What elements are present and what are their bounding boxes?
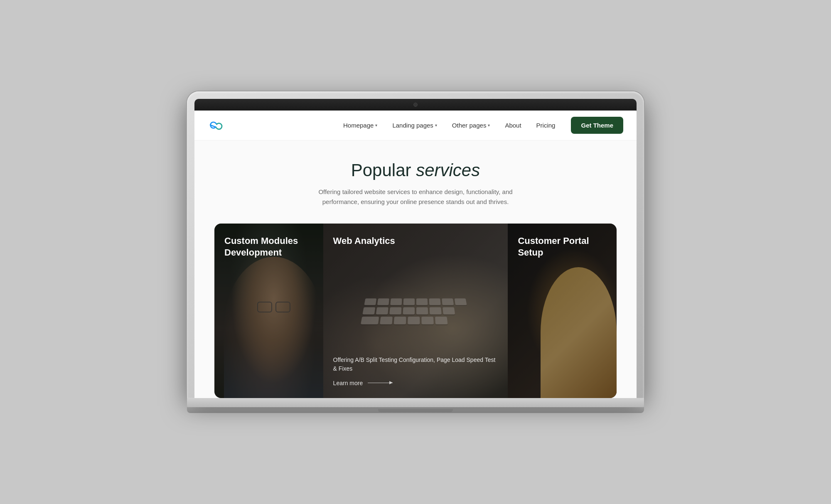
other-chevron-icon: ▾	[488, 123, 490, 128]
services-grid: Custom Modules Development	[214, 224, 617, 398]
card3-title: Customer Portal Setup	[518, 235, 607, 259]
nav-pricing[interactable]: Pricing	[531, 118, 561, 132]
card1-title: Custom Modules Development	[224, 235, 313, 259]
card2-description: Offering A/B Split Testing Configuration…	[333, 356, 498, 373]
landing-chevron-icon: ▾	[435, 123, 437, 128]
get-theme-button[interactable]: Get Theme	[571, 117, 623, 134]
laptop-foot	[378, 409, 453, 412]
learn-more-link[interactable]: Learn more	[333, 380, 498, 386]
card3-content: Customer Portal Setup	[508, 224, 617, 398]
section-subtitle: Offering tailored website services to en…	[307, 187, 524, 207]
camera	[413, 103, 418, 107]
laptop-bottom	[187, 407, 644, 413]
learn-more-arrow-icon	[368, 383, 393, 383]
laptop-base	[187, 398, 644, 407]
card2-bottom: Offering A/B Split Testing Configuration…	[333, 356, 498, 386]
nav-logo[interactable]	[208, 119, 224, 131]
section-header: Popular services Offering tailored websi…	[214, 160, 617, 207]
service-card-custom-modules[interactable]: Custom Modules Development	[214, 224, 323, 398]
nav-landing-pages[interactable]: Landing pages ▾	[386, 118, 443, 132]
navbar: Homepage ▾ Landing pages ▾ Other pages ▾…	[194, 111, 637, 140]
nav-other-pages[interactable]: Other pages ▾	[446, 118, 496, 132]
card1-content: Custom Modules Development	[214, 224, 323, 398]
nav-links: Homepage ▾ Landing pages ▾ Other pages ▾…	[337, 118, 561, 132]
section-title: Popular services	[214, 160, 617, 180]
camera-bar	[194, 99, 637, 111]
service-card-web-analytics[interactable]: Web Analytics Offering A/B Split Testing…	[323, 224, 508, 398]
card2-content: Web Analytics Offering A/B Split Testing…	[323, 224, 508, 398]
laptop-frame: Homepage ▾ Landing pages ▾ Other pages ▾…	[187, 91, 644, 413]
nav-about[interactable]: About	[499, 118, 527, 132]
nav-homepage[interactable]: Homepage ▾	[337, 118, 383, 132]
main-content: Popular services Offering tailored websi…	[194, 140, 637, 398]
card2-title: Web Analytics	[333, 235, 498, 247]
homepage-chevron-icon: ▾	[375, 123, 377, 128]
laptop-screen: Homepage ▾ Landing pages ▾ Other pages ▾…	[194, 111, 637, 398]
service-card-customer-portal[interactable]: Customer Portal Setup	[508, 224, 617, 398]
